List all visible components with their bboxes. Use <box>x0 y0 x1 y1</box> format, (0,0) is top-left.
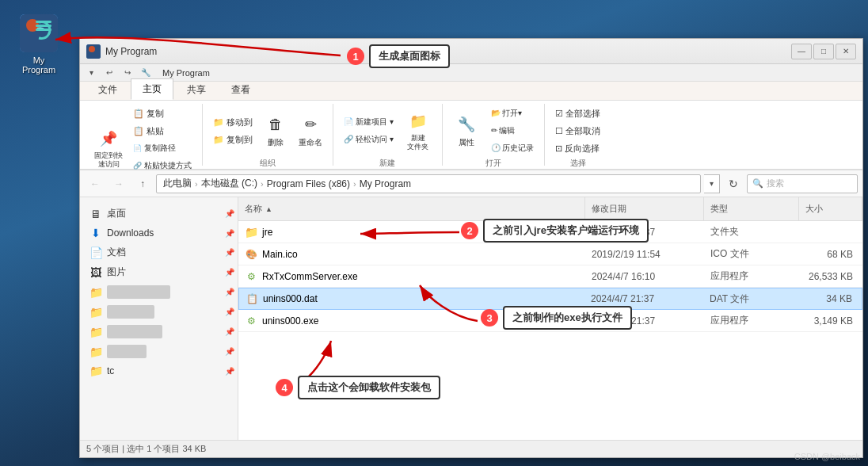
rename-button[interactable]: ✏ 重命名 <box>295 105 326 156</box>
select-all-button[interactable]: ☑ 全部选择 <box>551 105 604 121</box>
file-icon: 🎨 <box>245 248 257 261</box>
refresh-button[interactable]: ↻ <box>723 174 744 193</box>
ribbon-group-clipboard: 📌 固定到快速访问 📋 复制 📋 粘贴 📄 复制路径 <box>85 104 203 166</box>
select-buttons: ☑ 全部选择 ☐ 全部取消 ⊡ 反向选择 <box>551 105 604 156</box>
open-label: 打开 <box>485 158 501 169</box>
item3-icon: 📁 <box>89 326 102 338</box>
organize-buttons: 📁 移动到 📁 复制到 🗑 删除 ✏ <box>209 105 326 156</box>
sidebar-item-pictures[interactable]: 🖼 图片 📌 <box>80 262 238 282</box>
annotation-circle-3: 3 <box>481 309 498 327</box>
tc-icon: 📁 <box>89 365 102 377</box>
new-folder-button[interactable]: 📁 新建文件夹 <box>401 105 436 156</box>
col-header-type[interactable]: 类型 <box>704 197 799 220</box>
close-button[interactable]: ✕ <box>836 44 856 59</box>
col-header-date[interactable]: 修改日期 <box>585 197 704 220</box>
select-invert-button[interactable]: ⊡ 反向选择 <box>551 140 604 156</box>
open-col: 📂 打开▾ ✏ 编辑 🕐 历史记录 <box>487 105 539 156</box>
search-box[interactable]: 🔍 搜索 <box>747 174 858 193</box>
move-button[interactable]: 📁 移动到 <box>209 114 257 130</box>
sidebar-item-task1[interactable]: 📁 工作任务 📌 <box>80 282 238 302</box>
file-size <box>799 221 862 243</box>
file-icon: 📋 <box>246 292 258 305</box>
select-none-button[interactable]: ☐ 全部取消 <box>551 123 604 139</box>
exe-icon: ⚙ <box>247 271 256 282</box>
sidebar-item-task2[interactable]: 📁 任务 📌 <box>80 302 238 322</box>
search-icon: 🔍 <box>752 178 763 189</box>
new-col: 📄 新建项目 ▾ 🔗 轻松访问 ▾ <box>340 114 398 147</box>
delete-button[interactable]: 🗑 删除 <box>260 105 291 156</box>
organize-label: 组织 <box>260 158 276 169</box>
file-icon: 📁 <box>245 226 257 239</box>
up-button[interactable]: ↑ <box>132 174 153 193</box>
history-button[interactable]: 🕐 历史记录 <box>487 140 539 156</box>
path-drive[interactable]: 本地磁盘 (C:) <box>201 177 257 190</box>
task1-icon: 📁 <box>89 286 102 299</box>
file-size: 3,149 KB <box>799 310 862 331</box>
easy-access-button[interactable]: 🔗 轻松访问 ▾ <box>340 132 398 147</box>
tab-view[interactable]: 查看 <box>219 79 262 100</box>
desktop-icon-my-program[interactable]: MyProgram <box>11 14 67 74</box>
tab-file[interactable]: 文件 <box>86 79 129 100</box>
sidebar-item-files[interactable]: 📁 件 📌 <box>80 342 238 361</box>
exe-icon: ⚙ <box>247 315 256 327</box>
file-row[interactable]: 🎨 Main.ico 2019/2/19 11:54 ICO 文件 68 KB <box>238 243 862 265</box>
pin-icon-task2: 📌 <box>225 307 234 316</box>
copy-path-button[interactable]: 📄 复制路径 <box>129 140 196 156</box>
svg-point-3 <box>89 46 95 52</box>
maximize-button[interactable]: □ <box>813 44 834 59</box>
window-icon <box>86 44 101 59</box>
edit-button[interactable]: ✏ 编辑 <box>487 123 539 139</box>
pictures-icon: 🖼 <box>89 266 102 279</box>
copy-to-button[interactable]: 📁 复制到 <box>209 132 257 147</box>
pin-icon-files: 📌 <box>225 347 234 356</box>
paste-button[interactable]: 📋 粘贴 <box>129 123 196 139</box>
file-size: 26,533 KB <box>799 265 862 287</box>
sidebar-item-desktop[interactable]: 🖥 桌面 📌 <box>80 204 238 223</box>
path-my-program[interactable]: My Program <box>360 178 411 189</box>
col-header-size[interactable]: 大小 <box>799 197 862 220</box>
delete-icon: 🗑 <box>265 113 287 136</box>
new-buttons: 📄 新建项目 ▾ 🔗 轻松访问 ▾ 📁 新建文件夹 <box>340 105 436 156</box>
col-header-name[interactable]: 名称 ▲ <box>238 197 585 220</box>
pin-icon-item3: 📌 <box>225 327 234 336</box>
sidebar-item-downloads[interactable]: ⬇ Downloads 📌 <box>80 223 238 243</box>
qt-undo-btn[interactable]: ↩ <box>101 66 117 80</box>
forward-button[interactable]: → <box>108 174 129 193</box>
desktop-icon-image <box>20 14 58 52</box>
pin-icon-tc: 📌 <box>225 367 234 376</box>
file-name: 🎨 Main.ico <box>238 243 585 265</box>
desktop-icon-label: MyProgram <box>22 55 55 74</box>
sidebar-item-tc[interactable]: 📁 tc 📌 <box>80 361 238 380</box>
minimize-button[interactable]: — <box>791 44 812 59</box>
rename-icon: ✏ <box>299 113 322 136</box>
file-size: 68 KB <box>799 243 862 265</box>
back-button[interactable]: ← <box>85 174 105 193</box>
address-bar: ← → ↑ 此电脑 › 本地磁盘 (C:) › Program Files (x… <box>80 170 862 197</box>
pin-icon-desktop: 📌 <box>225 209 234 218</box>
address-dropdown[interactable]: ▾ <box>704 174 720 193</box>
file-date: 2024/4/7 16:10 <box>585 265 704 287</box>
pin-button[interactable]: 📌 固定到快速访问 <box>91 123 126 174</box>
select-label: 选择 <box>570 158 586 169</box>
properties-button[interactable]: 🔧 属性 <box>449 105 484 156</box>
file-type: 文件夹 <box>704 221 799 243</box>
ribbon-group-new: 📄 新建项目 ▾ 🔗 轻松访问 ▾ 📁 新建文件夹 新建 <box>333 104 443 166</box>
svg-rect-0 <box>20 14 58 52</box>
path-program-files[interactable]: Program Files (x86) <box>267 178 350 189</box>
annotation-label-3: 之前制作的exe执行文件 <box>503 306 632 330</box>
copy-button[interactable]: 📋 复制 <box>129 105 196 121</box>
tab-share[interactable]: 共享 <box>175 79 218 100</box>
new-item-button[interactable]: 📄 新建项目 ▾ <box>340 114 398 130</box>
tab-home[interactable]: 主页 <box>131 78 173 100</box>
qt-properties-btn[interactable]: 🔧 <box>138 66 154 80</box>
file-icon: ⚙ <box>245 315 257 327</box>
sidebar-item-documents[interactable]: 📄 文档 📌 <box>80 243 238 262</box>
file-row[interactable]: ⚙ RxTxCommServer.exe 2024/4/7 16:10 应用程序… <box>238 265 862 288</box>
sidebar-item-item3[interactable]: 📁 项目3 📌 <box>80 322 238 342</box>
qt-dropdown-btn[interactable]: ▾ <box>83 66 99 80</box>
open-button[interactable]: 📂 打开▾ <box>487 105 539 121</box>
address-path[interactable]: 此电脑 › 本地磁盘 (C:) › Program Files (x86) › … <box>156 174 701 193</box>
annotation-circle-4: 4 <box>276 379 293 396</box>
path-pc[interactable]: 此电脑 <box>163 177 192 190</box>
qt-redo-btn[interactable]: ↪ <box>120 66 135 80</box>
